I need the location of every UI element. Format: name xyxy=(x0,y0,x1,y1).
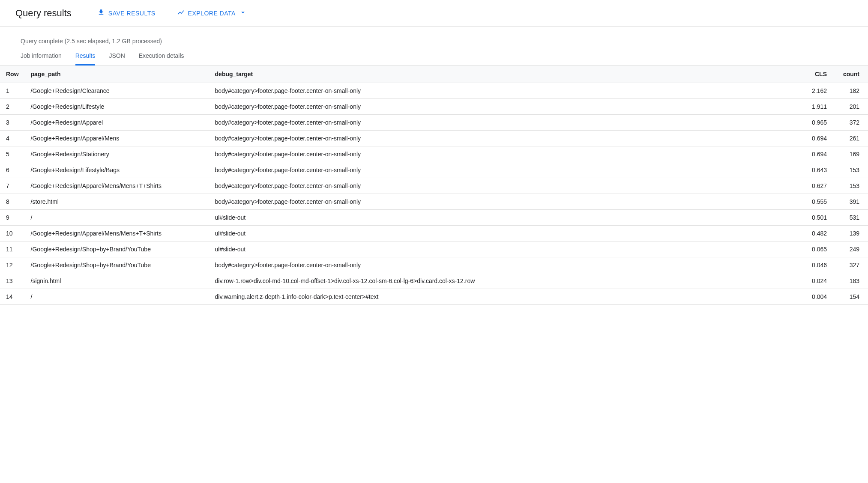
cell-cls: 0.065 xyxy=(804,242,834,257)
page-title: Query results xyxy=(15,8,72,19)
cell-debug-target: body#category>footer.page-footer.center-… xyxy=(210,99,804,115)
cell-page-path: /Google+Redesign/Clearance xyxy=(26,83,210,99)
cell-count: 182 xyxy=(834,83,868,99)
cell-row: 14 xyxy=(0,289,26,305)
tabs: Job information Results JSON Execution d… xyxy=(0,45,868,66)
cell-debug-target: ul#slide-out xyxy=(210,242,804,257)
table-row[interactable]: 5/Google+Redesign/Stationerybody#categor… xyxy=(0,146,868,162)
cell-page-path: /Google+Redesign/Lifestyle xyxy=(26,99,210,115)
col-header-page-path: page_path xyxy=(26,66,210,83)
table-row[interactable]: 13/signin.htmldiv.row-1.row>div.col-md-1… xyxy=(0,273,868,289)
col-header-count: count xyxy=(834,66,868,83)
cell-count: 372 xyxy=(834,115,868,131)
cell-page-path: / xyxy=(26,210,210,226)
table-row[interactable]: 7/Google+Redesign/Apparel/Mens/Mens+T+Sh… xyxy=(0,178,868,194)
explore-data-button[interactable]: EXPLORE DATA xyxy=(177,6,247,20)
cell-count: 153 xyxy=(834,178,868,194)
cell-debug-target: body#category>footer.page-footer.center-… xyxy=(210,115,804,131)
save-results-label: SAVE RESULTS xyxy=(108,10,156,17)
cell-debug-target: body#category>footer.page-footer.center-… xyxy=(210,131,804,146)
cell-page-path: /Google+Redesign/Apparel/Mens/Mens+T+Shi… xyxy=(26,226,210,242)
cell-row: 7 xyxy=(0,178,26,194)
cell-debug-target: div.row-1.row>div.col-md-10.col-md-offse… xyxy=(210,273,804,289)
table-row[interactable]: 3/Google+Redesign/Apparelbody#category>f… xyxy=(0,115,868,131)
table-row[interactable]: 9/ul#slide-out0.501531 xyxy=(0,210,868,226)
dropdown-icon xyxy=(239,9,247,18)
col-header-cls: CLS xyxy=(804,66,834,83)
table-row[interactable]: 10/Google+Redesign/Apparel/Mens/Mens+T+S… xyxy=(0,226,868,242)
table-row[interactable]: 14/div.warning.alert.z-depth-1.info-colo… xyxy=(0,289,868,305)
tab-job-information[interactable]: Job information xyxy=(21,52,62,66)
cell-page-path: / xyxy=(26,289,210,305)
cell-debug-target: div.warning.alert.z-depth-1.info-color-d… xyxy=(210,289,804,305)
tab-results[interactable]: Results xyxy=(75,52,96,66)
cell-cls: 1.911 xyxy=(804,99,834,115)
tab-json[interactable]: JSON xyxy=(109,52,125,66)
cell-row: 8 xyxy=(0,194,26,210)
cell-page-path: /Google+Redesign/Lifestyle/Bags xyxy=(26,162,210,178)
cell-cls: 0.004 xyxy=(804,289,834,305)
cell-count: 153 xyxy=(834,162,868,178)
explore-data-label: EXPLORE DATA xyxy=(188,10,236,17)
results-header: Query results SAVE RESULTS EXPLORE DATA xyxy=(0,0,868,27)
cell-row: 10 xyxy=(0,226,26,242)
cell-row: 9 xyxy=(0,210,26,226)
table-row[interactable]: 6/Google+Redesign/Lifestyle/Bagsbody#cat… xyxy=(0,162,868,178)
cell-page-path: /Google+Redesign/Shop+by+Brand/YouTube xyxy=(26,257,210,273)
cell-cls: 2.162 xyxy=(804,83,834,99)
cell-debug-target: body#category>footer.page-footer.center-… xyxy=(210,257,804,273)
cell-row: 1 xyxy=(0,83,26,99)
cell-cls: 0.643 xyxy=(804,162,834,178)
cell-debug-target: body#category>footer.page-footer.center-… xyxy=(210,162,804,178)
download-icon xyxy=(97,9,105,18)
table-row[interactable]: 1/Google+Redesign/Clearancebody#category… xyxy=(0,83,868,99)
cell-debug-target: body#category>footer.page-footer.center-… xyxy=(210,146,804,162)
cell-page-path: /Google+Redesign/Shop+by+Brand/YouTube xyxy=(26,242,210,257)
table-row[interactable]: 8/store.htmlbody#category>footer.page-fo… xyxy=(0,194,868,210)
cell-count: 183 xyxy=(834,273,868,289)
cell-debug-target: body#category>footer.page-footer.center-… xyxy=(210,178,804,194)
cell-row: 3 xyxy=(0,115,26,131)
cell-cls: 0.694 xyxy=(804,131,834,146)
cell-row: 12 xyxy=(0,257,26,273)
results-table: Row page_path debug_target CLS count 1/G… xyxy=(0,66,868,305)
cell-cls: 0.555 xyxy=(804,194,834,210)
cell-row: 4 xyxy=(0,131,26,146)
cell-row: 11 xyxy=(0,242,26,257)
table-row[interactable]: 12/Google+Redesign/Shop+by+Brand/YouTube… xyxy=(0,257,868,273)
cell-page-path: /Google+Redesign/Stationery xyxy=(26,146,210,162)
cell-row: 5 xyxy=(0,146,26,162)
cell-debug-target: ul#slide-out xyxy=(210,226,804,242)
tab-execution-details[interactable]: Execution details xyxy=(139,52,184,66)
save-results-button[interactable]: SAVE RESULTS xyxy=(97,6,156,20)
cell-count: 531 xyxy=(834,210,868,226)
cell-cls: 0.694 xyxy=(804,146,834,162)
table-row[interactable]: 11/Google+Redesign/Shop+by+Brand/YouTube… xyxy=(0,242,868,257)
table-row[interactable]: 2/Google+Redesign/Lifestylebody#category… xyxy=(0,99,868,115)
cell-row: 2 xyxy=(0,99,26,115)
cell-count: 201 xyxy=(834,99,868,115)
header-actions: SAVE RESULTS EXPLORE DATA xyxy=(97,6,247,20)
cell-count: 261 xyxy=(834,131,868,146)
table-row[interactable]: 4/Google+Redesign/Apparel/Mensbody#categ… xyxy=(0,131,868,146)
cell-page-path: /Google+Redesign/Apparel/Mens xyxy=(26,131,210,146)
cell-count: 391 xyxy=(834,194,868,210)
cell-count: 249 xyxy=(834,242,868,257)
cell-cls: 0.501 xyxy=(804,210,834,226)
cell-cls: 0.024 xyxy=(804,273,834,289)
col-header-debug-target: debug_target xyxy=(210,66,804,83)
cell-cls: 0.627 xyxy=(804,178,834,194)
cell-cls: 0.046 xyxy=(804,257,834,273)
cell-page-path: /signin.html xyxy=(26,273,210,289)
table-header-row: Row page_path debug_target CLS count xyxy=(0,66,868,83)
cell-count: 139 xyxy=(834,226,868,242)
cell-page-path: /store.html xyxy=(26,194,210,210)
cell-row: 13 xyxy=(0,273,26,289)
cell-count: 169 xyxy=(834,146,868,162)
cell-debug-target: ul#slide-out xyxy=(210,210,804,226)
cell-count: 327 xyxy=(834,257,868,273)
cell-cls: 0.482 xyxy=(804,226,834,242)
cell-page-path: /Google+Redesign/Apparel/Mens/Mens+T+Shi… xyxy=(26,178,210,194)
cell-debug-target: body#category>footer.page-footer.center-… xyxy=(210,83,804,99)
cell-cls: 0.965 xyxy=(804,115,834,131)
